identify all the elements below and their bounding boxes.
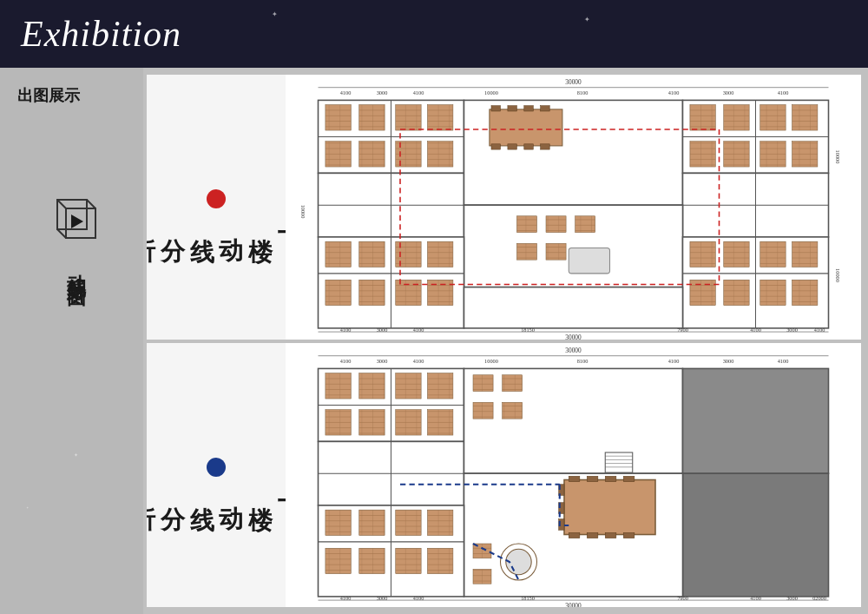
- sparkle-2: ✦: [26, 505, 29, 510]
- svg-text:4100: 4100: [413, 595, 424, 601]
- svg-rect-41: [326, 105, 351, 130]
- svg-rect-81: [724, 241, 749, 267]
- floor-1-vertical-text: 一楼动线分析: [147, 219, 304, 224]
- svg-rect-79: [428, 280, 453, 305]
- svg-rect-140: [587, 476, 598, 481]
- page-title: Exhibition: [21, 13, 181, 55]
- svg-rect-1: [66, 208, 95, 238]
- svg-text:4100: 4100: [413, 89, 424, 96]
- svg-rect-155: [359, 510, 385, 535]
- svg-rect-158: [326, 548, 351, 573]
- svg-rect-59: [724, 105, 749, 130]
- svg-text:4100: 4100: [778, 89, 789, 96]
- floor-2-plan: 30000 4100 3000 4100 10000 8100 4100 300…: [286, 343, 861, 608]
- svg-rect-55: [508, 144, 517, 149]
- svg-rect-70: [546, 243, 566, 260]
- floor-2-vertical-text: 一楼动线分析: [147, 487, 304, 492]
- svg-rect-75: [428, 241, 453, 267]
- svg-rect-82: [760, 241, 786, 267]
- svg-rect-121: [683, 368, 829, 473]
- svg-text:4100: 4100: [340, 327, 352, 333]
- svg-rect-136: [396, 409, 421, 434]
- svg-rect-138: [564, 479, 655, 534]
- svg-rect-52: [524, 106, 534, 111]
- svg-rect-83: [792, 241, 818, 267]
- svg-rect-144: [587, 532, 598, 538]
- svg-text:30000: 30000: [565, 346, 582, 353]
- svg-rect-78: [396, 280, 421, 305]
- svg-rect-87: [792, 280, 818, 305]
- svg-rect-165: [503, 402, 523, 419]
- svg-rect-80: [690, 241, 715, 267]
- svg-rect-84: [690, 280, 715, 305]
- svg-rect-159: [359, 548, 385, 573]
- svg-rect-44: [359, 142, 385, 167]
- svg-marker-5: [71, 215, 83, 228]
- svg-rect-86: [760, 280, 786, 305]
- svg-text:30000: 30000: [565, 601, 582, 607]
- svg-text:10000: 10000: [300, 205, 306, 219]
- svg-rect-163: [503, 374, 523, 391]
- svg-text:10000: 10000: [484, 89, 498, 96]
- cube-icon: [54, 196, 99, 241]
- svg-text:4100: 4100: [413, 327, 424, 333]
- svg-text:30000: 30000: [565, 78, 582, 86]
- svg-rect-141: [605, 476, 616, 481]
- svg-rect-69: [516, 243, 536, 260]
- svg-rect-72: [326, 241, 351, 267]
- svg-text:3000: 3000: [377, 89, 388, 96]
- svg-text:18150: 18150: [521, 595, 535, 601]
- svg-rect-48: [428, 142, 453, 167]
- svg-rect-146: [623, 532, 635, 538]
- svg-text:10000: 10000: [835, 150, 841, 164]
- svg-rect-156: [396, 510, 421, 535]
- svg-rect-53: [541, 106, 550, 111]
- svg-rect-64: [760, 142, 786, 167]
- svg-rect-142: [623, 476, 635, 481]
- svg-text:4100: 4100: [814, 327, 825, 333]
- svg-rect-63: [724, 142, 749, 167]
- sidebar-top-label: 出图展示: [17, 85, 135, 106]
- svg-rect-120: [464, 368, 683, 473]
- sparkle-1: ✦: [74, 452, 78, 458]
- sidebar-icon-area: 动线分析图: [17, 196, 135, 276]
- svg-text:3000: 3000: [377, 358, 388, 364]
- svg-rect-46: [428, 105, 453, 130]
- svg-text:3000: 3000: [786, 327, 798, 333]
- svg-rect-67: [546, 216, 566, 233]
- svg-rect-153: [473, 569, 491, 584]
- floor-1-plan: 30000 4100 3000 4100 10000 8100 4100 300…: [286, 75, 861, 340]
- svg-line-3: [87, 200, 95, 208]
- svg-text:7900: 7900: [677, 327, 688, 333]
- svg-text:02000: 02000: [812, 595, 826, 601]
- svg-text:3000: 3000: [786, 595, 798, 601]
- svg-rect-160: [396, 548, 421, 573]
- svg-rect-42: [359, 105, 385, 130]
- svg-text:18150: 18150: [521, 327, 535, 333]
- floor-2-svg: 30000 4100 3000 4100 10000 8100 4100 300…: [286, 343, 861, 608]
- svg-rect-130: [326, 373, 351, 398]
- svg-rect-76: [326, 280, 351, 305]
- svg-text:10000: 10000: [835, 268, 841, 282]
- sidebar: 出图展示 动线分析图 ✦ ✦: [0, 68, 143, 614]
- svg-rect-71: [569, 248, 609, 274]
- svg-rect-62: [690, 142, 715, 167]
- svg-rect-132: [396, 373, 421, 398]
- svg-rect-131: [359, 373, 385, 398]
- svg-rect-43: [326, 142, 351, 167]
- svg-rect-139: [569, 476, 580, 481]
- floor-2-dot: [207, 458, 226, 477]
- svg-rect-154: [326, 510, 351, 535]
- svg-rect-164: [473, 402, 493, 419]
- panels-area: 一楼动线分析 30000 4100 3000 4100 10000 8100 4…: [143, 68, 868, 614]
- svg-text:3000: 3000: [377, 327, 388, 333]
- svg-rect-68: [575, 216, 595, 233]
- main-content: 出图展示 动线分析图 ✦ ✦ 一楼动线分析: [0, 68, 868, 614]
- svg-line-4: [57, 229, 66, 238]
- svg-rect-56: [524, 144, 534, 149]
- svg-text:3000: 3000: [723, 89, 734, 96]
- svg-rect-27: [464, 205, 683, 287]
- svg-text:4100: 4100: [340, 89, 352, 96]
- floor-1-dot: [207, 189, 226, 208]
- svg-text:3000: 3000: [723, 358, 734, 364]
